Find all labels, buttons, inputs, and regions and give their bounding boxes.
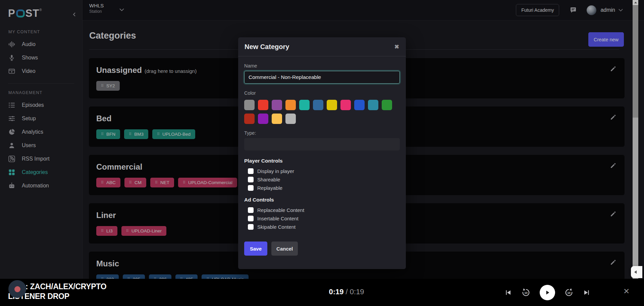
audio-player-bar: : ZACH/ALEX/CRYPTO LISTENER DROP 0:19 / … [0, 279, 644, 306]
color-swatch[interactable] [354, 100, 365, 110]
checkbox-row-display-in-player[interactable]: Display in player [244, 167, 400, 175]
svg-text:10: 10 [567, 291, 571, 294]
drawer-toggle-button[interactable] [631, 266, 642, 278]
name-label: Name [244, 63, 400, 69]
type-select[interactable] [244, 138, 400, 150]
color-swatch[interactable] [244, 100, 255, 110]
play-button[interactable] [540, 285, 555, 300]
checkbox-row-replaceable-content[interactable]: Replaceable Content [244, 206, 400, 214]
color-swatch[interactable] [285, 100, 296, 110]
type-label: Type: [244, 130, 400, 136]
color-swatch-grid [244, 100, 400, 124]
color-swatch[interactable] [327, 100, 337, 110]
checkbox[interactable] [248, 207, 254, 213]
color-label: Color [244, 90, 400, 96]
color-swatch[interactable] [272, 100, 282, 110]
arrow-up-icon [634, 2, 637, 3]
color-swatch[interactable] [299, 100, 310, 110]
checkbox-label: Replayable [257, 185, 282, 191]
skip-next-button[interactable] [583, 289, 591, 297]
skip-previous-button[interactable] [504, 289, 512, 297]
color-swatch[interactable] [258, 100, 268, 110]
checkbox[interactable] [248, 185, 254, 191]
scrollbar[interactable] [633, 0, 638, 288]
checkbox-row-insertable-content[interactable]: Insertable Content [244, 214, 400, 222]
cancel-button[interactable]: Cancel [271, 242, 298, 256]
color-swatch[interactable] [244, 114, 255, 124]
rewind-10-button[interactable]: 10 [521, 288, 531, 298]
checkbox-label: Shareable [257, 177, 280, 182]
checkbox-label: Skipable Content [257, 224, 296, 230]
checkbox[interactable] [248, 224, 254, 230]
new-category-modal: New Category ✖ Name Color Type: Player C… [238, 37, 406, 269]
ad-controls-heading: Ad Controls [244, 197, 400, 203]
color-swatch[interactable] [382, 100, 392, 110]
record-widget[interactable] [8, 280, 26, 298]
checkbox-label: Replaceable Content [257, 207, 304, 213]
checkbox-row-replayable[interactable]: Replayable [244, 184, 400, 192]
forward-10-button[interactable]: 10 [564, 288, 574, 298]
modal-close-button[interactable]: ✖ [394, 43, 399, 50]
arrow-left-icon [634, 270, 637, 274]
checkbox-row-skipable-content[interactable]: Skipable Content [244, 223, 400, 231]
save-button[interactable]: Save [244, 242, 267, 256]
color-swatch[interactable] [258, 114, 268, 124]
color-swatch[interactable] [368, 100, 378, 110]
checkbox-row-shareable[interactable]: Shareable [244, 175, 400, 183]
checkbox-label: Display in player [257, 168, 294, 174]
color-swatch[interactable] [272, 114, 282, 124]
player-controls-heading: Player Controls [244, 158, 400, 164]
scrollbar-up-button[interactable] [633, 0, 638, 5]
svg-text:10: 10 [524, 291, 528, 294]
ad-controls-group: Replaceable ContentInsertable ContentSki… [244, 206, 400, 231]
playback-time: 0:19 / 0:19 [329, 288, 364, 296]
checkbox-label: Insertable Content [257, 216, 299, 221]
checkbox[interactable] [248, 168, 254, 174]
category-name-input[interactable] [244, 71, 400, 84]
modal-title: New Category [245, 43, 289, 51]
checkbox[interactable] [248, 177, 254, 182]
color-swatch[interactable] [313, 100, 323, 110]
checkbox[interactable] [248, 216, 254, 221]
color-swatch[interactable] [340, 100, 351, 110]
player-controls-group: Display in playerShareableReplayable [244, 167, 400, 192]
scrollbar-thumb[interactable] [633, 5, 638, 118]
record-dot-icon [14, 286, 20, 292]
player-close-button[interactable]: ✕ [623, 287, 630, 296]
color-swatch[interactable] [285, 114, 296, 124]
